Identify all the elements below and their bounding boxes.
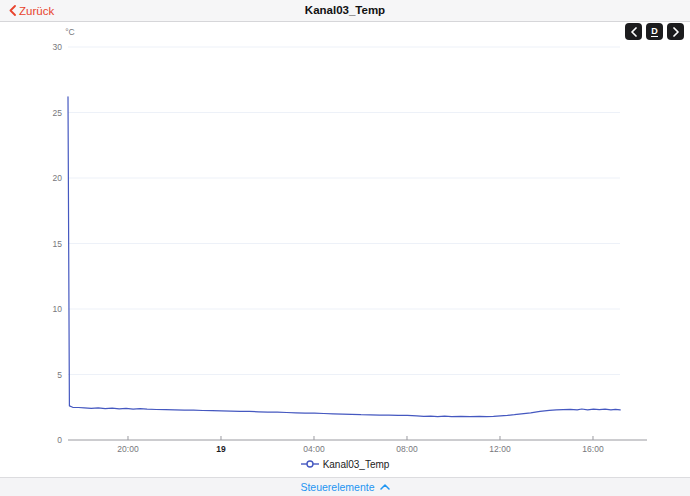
x-tick-label: 16:00 — [582, 444, 604, 454]
y-tick-label: 20 — [53, 173, 63, 183]
temperature-chart: °C05101520253020:001904:0008:0012:0016:0… — [0, 0, 690, 496]
footer-bar: Steuerelemente — [0, 477, 690, 496]
y-tick-label: 30 — [53, 42, 63, 52]
controls-toggle-button[interactable]: Steuerelemente — [300, 481, 389, 493]
data-line-Kanal03_Temp — [68, 97, 620, 417]
legend-label: Kanal03_Temp — [323, 459, 390, 470]
x-tick-label: 12:00 — [489, 444, 511, 454]
y-tick-label: 25 — [53, 108, 63, 118]
y-tick-label: 10 — [53, 304, 63, 314]
y-tick-label: 0 — [57, 435, 62, 445]
x-tick-label: 20:00 — [117, 444, 139, 454]
x-tick-label: 08:00 — [396, 444, 418, 454]
controls-toggle-label: Steuerelemente — [300, 481, 374, 493]
y-tick-label: 15 — [53, 239, 63, 249]
x-tick-label: 19 — [216, 444, 226, 454]
y-tick-label: 5 — [57, 370, 62, 380]
legend-marker-icon — [301, 455, 319, 473]
y-axis-unit-label: °C — [65, 27, 75, 37]
chart-legend: Kanal03_Temp — [0, 456, 690, 472]
chevron-up-icon — [380, 484, 390, 490]
x-tick-label: 04:00 — [303, 444, 325, 454]
